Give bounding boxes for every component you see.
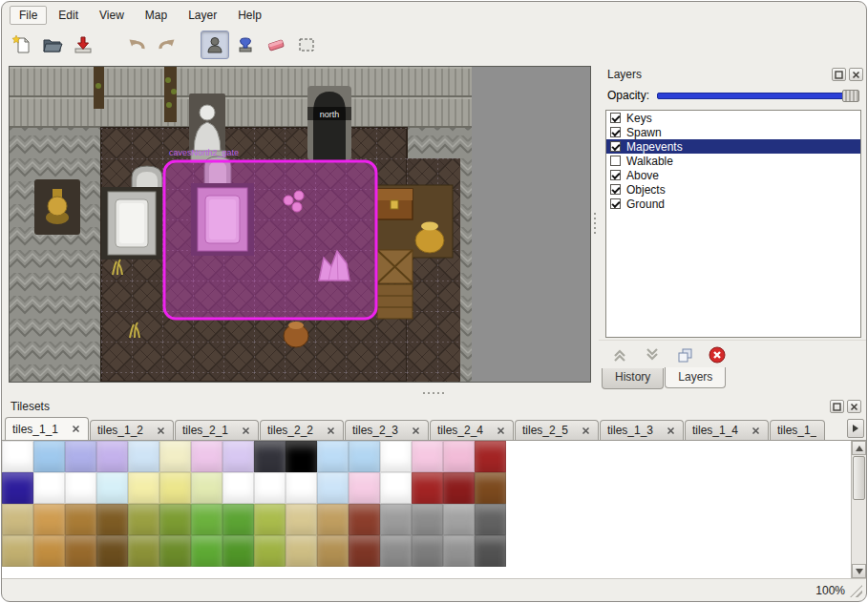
- menu-view[interactable]: View: [90, 6, 134, 25]
- map-canvas[interactable]: north: [10, 67, 590, 382]
- event-tool-button[interactable]: [201, 31, 229, 59]
- tileset-tab[interactable]: tiles_2_2: [260, 420, 344, 440]
- palette-tile[interactable]: [33, 504, 65, 535]
- palette-tile[interactable]: [475, 504, 506, 535]
- opacity-slider-handle[interactable]: [842, 90, 859, 102]
- layer-row-keys[interactable]: Keys: [606, 111, 860, 125]
- save-button[interactable]: [69, 31, 97, 59]
- palette-tile[interactable]: [380, 504, 412, 535]
- palette-tile[interactable]: [254, 441, 286, 472]
- palette-tile[interactable]: [475, 535, 506, 567]
- open-button[interactable]: [38, 31, 67, 59]
- tileset-tab[interactable]: tiles_1_4: [685, 420, 769, 440]
- layer-visibility-checkbox[interactable]: [610, 184, 621, 195]
- palette-tile[interactable]: [96, 472, 128, 504]
- palette-tile[interactable]: [222, 535, 254, 567]
- tileset-tab[interactable]: tiles_1_1: [5, 417, 89, 440]
- scrollbar-track[interactable]: [852, 455, 866, 564]
- layer-row-objects[interactable]: Objects: [606, 182, 860, 197]
- tab-history[interactable]: History: [602, 368, 664, 389]
- palette-tile[interactable]: [159, 535, 191, 567]
- resize-grip[interactable]: [850, 585, 862, 597]
- palette-tile[interactable]: [443, 472, 475, 504]
- palette-tile[interactable]: [191, 441, 222, 472]
- palette-tile[interactable]: [65, 441, 96, 472]
- scrollbar-thumb[interactable]: [853, 456, 865, 500]
- palette-tile[interactable]: [443, 441, 475, 472]
- palette-tile[interactable]: [349, 535, 380, 567]
- tileset-tab[interactable]: tiles_2_3: [345, 420, 429, 440]
- palette-tile[interactable]: [191, 504, 222, 535]
- tile-palette[interactable]: [2, 441, 851, 578]
- palette-tile[interactable]: [254, 472, 286, 504]
- tileset-tab[interactable]: tiles_1_2: [90, 420, 174, 440]
- palette-tile[interactable]: [65, 504, 96, 535]
- menu-help[interactable]: Help: [228, 6, 271, 25]
- palette-tile[interactable]: [317, 504, 349, 535]
- palette-tile[interactable]: [2, 472, 33, 504]
- layer-label[interactable]: Objects: [626, 183, 666, 197]
- tileset-tab[interactable]: tiles_2_1: [175, 420, 259, 440]
- palette-tile[interactable]: [254, 535, 286, 567]
- horizontal-splitter[interactable]: [2, 389, 866, 397]
- layer-label[interactable]: Ground: [626, 198, 665, 211]
- palette-tile[interactable]: [412, 441, 443, 472]
- close-tab-icon[interactable]: [240, 425, 251, 436]
- opacity-slider[interactable]: [657, 90, 859, 102]
- palette-tile[interactable]: [191, 472, 222, 504]
- menu-map[interactable]: Map: [136, 6, 177, 25]
- palette-tile[interactable]: [412, 504, 443, 535]
- menu-file[interactable]: File: [10, 6, 47, 25]
- scroll-up-button[interactable]: [852, 441, 866, 455]
- layer-label[interactable]: Keys: [626, 112, 652, 125]
- scroll-tabs-right-button[interactable]: [847, 419, 864, 438]
- palette-tile[interactable]: [222, 472, 254, 504]
- palette-tile[interactable]: [317, 441, 349, 472]
- palette-tile[interactable]: [380, 535, 412, 567]
- eraser-tool-button[interactable]: [262, 31, 290, 59]
- float-panel-button[interactable]: [830, 400, 844, 413]
- layer-visibility-checkbox[interactable]: [610, 170, 621, 180]
- close-tab-icon[interactable]: [665, 425, 676, 436]
- close-tab-icon[interactable]: [580, 425, 591, 436]
- palette-tile[interactable]: [2, 441, 33, 472]
- layer-label[interactable]: Mapevents: [626, 140, 683, 154]
- layer-visibility-checkbox[interactable]: [610, 141, 621, 152]
- palette-tile[interactable]: [380, 472, 412, 504]
- palette-tile[interactable]: [349, 472, 380, 504]
- layer-move-up-button[interactable]: [608, 343, 631, 366]
- tileset-tab[interactable]: tiles_1_3: [600, 420, 684, 440]
- palette-tile[interactable]: [2, 504, 33, 535]
- vertical-splitter[interactable]: [591, 66, 599, 383]
- palette-tile[interactable]: [412, 472, 443, 504]
- layer-label[interactable]: Walkable: [626, 155, 673, 168]
- palette-tile[interactable]: [159, 472, 191, 504]
- palette-tile[interactable]: [65, 535, 96, 567]
- close-tab-icon[interactable]: [70, 424, 81, 435]
- palette-tile[interactable]: [443, 535, 475, 567]
- new-file-button[interactable]: [8, 31, 36, 59]
- close-tab-icon[interactable]: [325, 425, 336, 436]
- layer-row-above[interactable]: Above: [606, 168, 860, 182]
- event-selection[interactable]: [164, 161, 376, 319]
- palette-tile[interactable]: [128, 504, 159, 535]
- palette-tile[interactable]: [412, 535, 443, 567]
- menu-layer[interactable]: Layer: [179, 6, 226, 25]
- palette-tile[interactable]: [33, 472, 65, 504]
- palette-tile[interactable]: [317, 472, 349, 504]
- palette-tile[interactable]: [380, 441, 412, 472]
- palette-tile[interactable]: [254, 504, 286, 535]
- layer-move-down-button[interactable]: [641, 343, 664, 366]
- close-tab-icon[interactable]: [495, 425, 506, 436]
- palette-tile[interactable]: [286, 504, 317, 535]
- layer-label[interactable]: Above: [626, 169, 659, 182]
- palette-tile[interactable]: [222, 504, 254, 535]
- layer-label[interactable]: Spawn: [626, 126, 662, 139]
- scroll-down-button[interactable]: [852, 564, 866, 578]
- palette-tile[interactable]: [33, 441, 65, 472]
- close-tab-icon[interactable]: [750, 425, 761, 436]
- palette-tile[interactable]: [286, 535, 317, 567]
- palette-tile[interactable]: [349, 441, 380, 472]
- layer-row-walkable[interactable]: Walkable: [606, 154, 860, 168]
- palette-tile[interactable]: [475, 441, 506, 472]
